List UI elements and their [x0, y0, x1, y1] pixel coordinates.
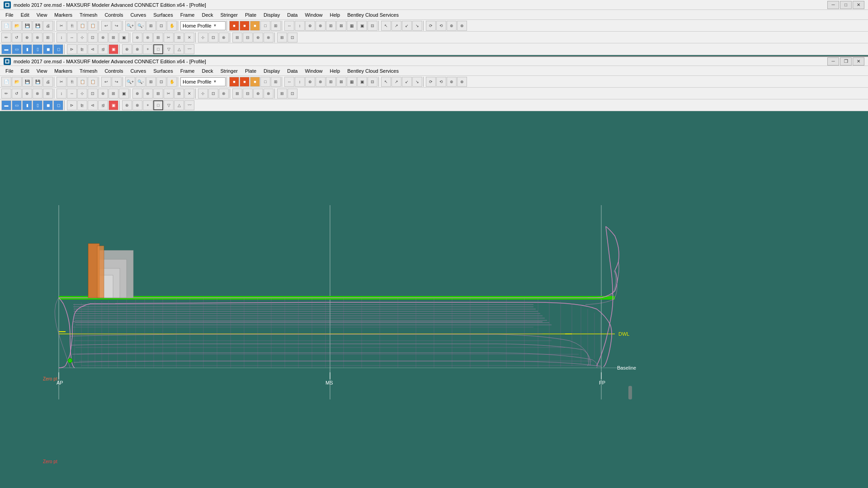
tb2-5[interactable]: ⊞	[43, 33, 53, 42]
tb3-7[interactable]: ⊳	[67, 44, 77, 54]
tb-copy[interactable]: ⎘	[67, 21, 77, 31]
tb6-13[interactable]: ⊗	[132, 100, 142, 110]
menu-plate-2[interactable]: Plate	[241, 66, 260, 75]
tb-c2[interactable]: ⟲	[436, 21, 446, 31]
menu-bentley-2[interactable]: Bentley Cloud Services	[344, 66, 402, 75]
menu-stringer-1[interactable]: Stringer	[217, 10, 242, 19]
tb2-13[interactable]: ⊕	[132, 33, 142, 42]
tb4-print[interactable]: 🖨	[43, 77, 53, 87]
menu-surfaces-2[interactable]: Surfaces	[150, 66, 176, 75]
tb-zoom-fit[interactable]: ⊞	[146, 21, 156, 31]
menu-trimesh-1[interactable]: Trimesh	[76, 10, 101, 19]
tb5-5[interactable]: ⊞	[43, 89, 53, 99]
tb5-1[interactable]: ✏	[1, 89, 11, 99]
tb3-13[interactable]: ⊗	[132, 44, 142, 54]
tb6-4[interactable]: ▯	[33, 100, 42, 110]
tb4-zoom-out[interactable]: 🔍-	[136, 77, 146, 87]
tb-pan[interactable]: ✋	[167, 21, 177, 31]
menu-help-1[interactable]: Help	[326, 10, 344, 19]
tb2-20[interactable]: ⊡	[208, 33, 218, 42]
tb5-12[interactable]: ▣	[119, 89, 129, 99]
tb4-new[interactable]: 📄	[1, 77, 11, 87]
tb3-16[interactable]: ▽	[164, 44, 174, 54]
tb3-12[interactable]: ⊕	[122, 44, 132, 54]
tb3-18[interactable]: 〰	[184, 44, 194, 54]
tb6-12[interactable]: ⊕	[122, 100, 132, 110]
menu-file-1[interactable]: File	[2, 10, 17, 19]
tb-a1[interactable]: ↔	[284, 21, 294, 31]
menu-display-1[interactable]: Display	[260, 10, 283, 19]
tb3-10[interactable]: ⊴	[98, 44, 108, 54]
menu-deck-2[interactable]: Deck	[198, 66, 217, 75]
tb4-c2[interactable]: ⟲	[436, 77, 446, 87]
main-canvas[interactable]: AP MS FP DWL Baseline Zero pt Zero pt	[0, 111, 868, 488]
tb2-14[interactable]: ⊗	[143, 33, 153, 42]
tb2-24[interactable]: ⊕	[253, 33, 263, 42]
tb4-a1[interactable]: ↔	[284, 77, 294, 87]
tb4-save2[interactable]: 💾	[33, 77, 42, 87]
tb6-5[interactable]: ◼	[43, 100, 53, 110]
tb2-23[interactable]: ⊟	[243, 33, 253, 42]
menu-window-2[interactable]: Window	[301, 66, 326, 75]
tb2-9[interactable]: ⊡	[88, 33, 98, 42]
tb4-shading4[interactable]: □	[260, 77, 270, 87]
tb4-c1[interactable]: ⟳	[426, 77, 436, 87]
menu-data-1[interactable]: Data	[283, 10, 301, 19]
tb4-c3[interactable]: ⊕	[447, 77, 457, 87]
tb2-15[interactable]: ⊞	[153, 33, 163, 42]
tb4-pan[interactable]: ✋	[167, 77, 177, 87]
menu-surfaces-1[interactable]: Surfaces	[150, 10, 176, 19]
menu-help-2[interactable]: Help	[326, 66, 344, 75]
tb5-20[interactable]: ⊡	[208, 89, 218, 99]
tb3-2[interactable]: ▭	[12, 44, 22, 54]
menu-data-2[interactable]: Data	[283, 66, 301, 75]
menu-file-2[interactable]: File	[2, 66, 17, 75]
tb5-26[interactable]: ⊞	[277, 89, 287, 99]
tb-redo[interactable]: ↪	[112, 21, 122, 31]
tb2-2[interactable]: ↺	[12, 33, 22, 42]
tb3-4[interactable]: ▯	[33, 44, 42, 54]
tb6-1[interactable]: ▬	[1, 100, 11, 110]
tb5-21[interactable]: ⊗	[219, 89, 229, 99]
tb5-19[interactable]: ⊹	[198, 89, 208, 99]
tb4-paste2[interactable]: 📋	[88, 77, 98, 87]
tb-shading1[interactable]: ■	[229, 21, 239, 31]
close-btn-1[interactable]: ✕	[853, 1, 864, 9]
menu-display-2[interactable]: Display	[260, 66, 283, 75]
tb-zoom-box[interactable]: ⊡	[156, 21, 166, 31]
tb2-11[interactable]: ⊞	[108, 33, 118, 42]
menu-view-1[interactable]: View	[33, 10, 51, 19]
tb4-open[interactable]: 📂	[12, 77, 22, 87]
tb-save[interactable]: 💾	[22, 21, 32, 31]
maximize-btn-1[interactable]: □	[840, 1, 852, 9]
menu-trimesh-2[interactable]: Trimesh	[76, 66, 101, 75]
tb4-b2[interactable]: ↗	[392, 77, 401, 87]
tb2-6[interactable]: ↕	[57, 33, 66, 42]
close-btn-2[interactable]: ✕	[853, 57, 864, 66]
tb2-4[interactable]: ⊗	[33, 33, 42, 42]
tb5-15[interactable]: ⊞	[153, 89, 163, 99]
tb-zoom-in[interactable]: 🔍+	[125, 21, 135, 31]
tb-a4[interactable]: ⊗	[316, 21, 326, 31]
tb2-1[interactable]: ✏	[1, 33, 11, 42]
tb4-a9[interactable]: ⊟	[368, 77, 377, 87]
tb3-5[interactable]: ◼	[43, 44, 53, 54]
menu-frame-2[interactable]: Frame	[177, 66, 198, 75]
tb5-8[interactable]: ⊹	[77, 89, 87, 99]
tb-c3[interactable]: ⊕	[447, 21, 457, 31]
tb2-16[interactable]: ✂	[164, 33, 174, 42]
tb5-16[interactable]: ✂	[164, 89, 174, 99]
tb-b4[interactable]: ↘	[412, 21, 422, 31]
tb-shading5[interactable]: ⊞	[271, 21, 281, 31]
tb-open[interactable]: 📂	[12, 21, 22, 31]
tb4-cut[interactable]: ✂	[57, 77, 66, 87]
tb4-redo[interactable]: ↪	[112, 77, 122, 87]
tb6-10[interactable]: ⊴	[98, 100, 108, 110]
tb4-c4[interactable]: ⊗	[457, 77, 467, 87]
tb-save2[interactable]: 💾	[33, 21, 42, 31]
tb5-6[interactable]: ↕	[57, 89, 66, 99]
tb4-undo[interactable]: ↩	[101, 77, 111, 87]
tb2-7[interactable]: ↔	[67, 33, 77, 42]
tb4-b4[interactable]: ↘	[412, 77, 422, 87]
minimize-btn-1[interactable]: ─	[827, 1, 839, 9]
